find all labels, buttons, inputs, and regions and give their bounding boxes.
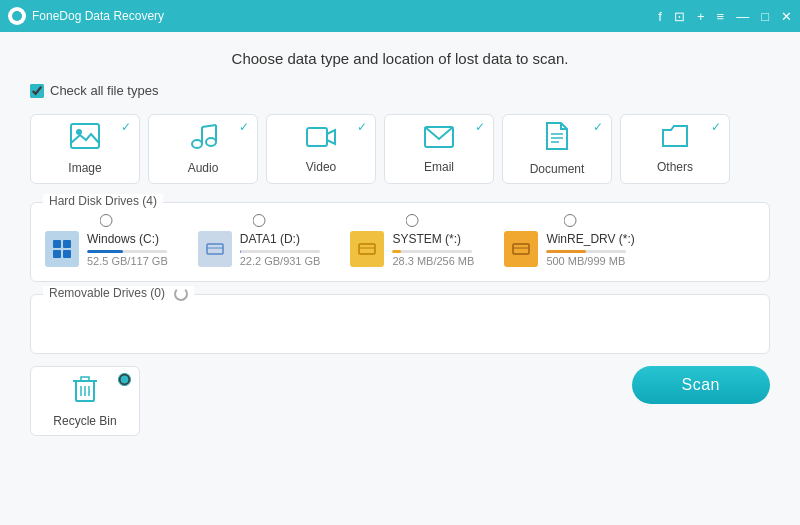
drive-system-size: 28.3 MB/256 MB <box>392 255 474 267</box>
video-check: ✓ <box>357 120 367 134</box>
video-label: Video <box>306 160 336 174</box>
drive-windows-radio-wrapper <box>100 213 113 231</box>
document-icon <box>545 122 569 157</box>
email-icon <box>424 124 454 155</box>
image-check: ✓ <box>121 120 131 134</box>
refresh-icon[interactable] <box>174 287 188 301</box>
drive-windows-icon <box>45 231 79 267</box>
email-label: Email <box>424 160 454 174</box>
scan-button[interactable]: Scan <box>632 366 770 404</box>
bottom-row: Recycle Bin Scan <box>30 366 770 436</box>
file-type-document[interactable]: ✓ Document <box>502 114 612 184</box>
svg-point-2 <box>76 129 82 135</box>
drive-data1-name: DATA1 (D:) <box>240 232 321 246</box>
drive-system-radio[interactable] <box>406 214 419 227</box>
drives-row: Windows (C:) 52.5 GB/117 GB DATA1 (D:) 2… <box>45 231 755 267</box>
hard-disk-section: Hard Disk Drives (4) Windows (C:) 52.5 G… <box>30 202 770 282</box>
recycle-bin-icon <box>72 375 98 409</box>
others-icon <box>661 124 689 155</box>
file-type-audio[interactable]: ✓ Audio <box>148 114 258 184</box>
svg-rect-8 <box>307 128 327 146</box>
drive-system[interactable]: SYSTEM (*:) 28.3 MB/256 MB <box>350 231 474 267</box>
app-icon <box>8 7 26 25</box>
svg-point-3 <box>192 140 202 148</box>
facebook-icon[interactable]: f <box>658 9 662 24</box>
file-type-image[interactable]: ✓ Image <box>30 114 140 184</box>
drive-system-radio-wrapper <box>406 213 419 231</box>
image-label: Image <box>68 161 101 175</box>
drive-winre-radio-wrapper <box>563 213 576 231</box>
audio-label: Audio <box>188 161 219 175</box>
svg-rect-15 <box>359 244 375 254</box>
file-type-video[interactable]: ✓ Video <box>266 114 376 184</box>
audio-check: ✓ <box>239 120 249 134</box>
add-icon[interactable]: + <box>697 9 705 24</box>
svg-point-4 <box>206 138 216 146</box>
check-all-row: Check all file types <box>30 83 770 98</box>
file-types-grid: ✓ Image ✓ Audi <box>30 114 770 184</box>
drive-data1-info: DATA1 (D:) 22.2 GB/931 GB <box>240 232 321 267</box>
check-all-checkbox[interactable] <box>30 84 44 98</box>
recycle-radio[interactable] <box>118 373 131 386</box>
file-type-email[interactable]: ✓ Email <box>384 114 494 184</box>
document-label: Document <box>530 162 585 176</box>
hard-disk-title: Hard Disk Drives (4) <box>43 194 163 208</box>
image-icon <box>70 123 100 156</box>
window-controls: f ⊡ + ≡ — □ ✕ <box>658 9 792 24</box>
check-all-label[interactable]: Check all file types <box>50 83 158 98</box>
email-check: ✓ <box>475 120 485 134</box>
document-check: ✓ <box>593 120 603 134</box>
app-title: FoneDog Data Recovery <box>32 9 658 23</box>
recycle-label: Recycle Bin <box>53 414 116 428</box>
page-title: Choose data type and location of lost da… <box>30 50 770 67</box>
drive-winre[interactable]: WinRE_DRV (*:) 500 MB/999 MB <box>504 231 634 267</box>
drive-windows-info: Windows (C:) 52.5 GB/117 GB <box>87 232 168 267</box>
drive-data1-radio-wrapper <box>253 213 266 231</box>
chat-icon[interactable]: ⊡ <box>674 9 685 24</box>
video-icon <box>306 124 336 155</box>
drive-windows-size: 52.5 GB/117 GB <box>87 255 168 267</box>
menu-icon[interactable]: ≡ <box>717 9 725 24</box>
recycle-radio-wrapper <box>118 372 131 390</box>
drive-data1-icon <box>198 231 232 267</box>
drive-system-icon <box>350 231 384 267</box>
drive-windows-name: Windows (C:) <box>87 232 168 246</box>
svg-rect-13 <box>207 244 223 254</box>
minimize-button[interactable]: — <box>736 9 749 24</box>
others-check: ✓ <box>711 120 721 134</box>
removable-section: Removable Drives (0) <box>30 294 770 354</box>
drive-winre-icon <box>504 231 538 267</box>
drive-windows[interactable]: Windows (C:) 52.5 GB/117 GB <box>45 231 168 267</box>
removable-title: Removable Drives (0) <box>43 286 194 301</box>
drive-system-info: SYSTEM (*:) 28.3 MB/256 MB <box>392 232 474 267</box>
close-button[interactable]: ✕ <box>781 9 792 24</box>
drive-winre-info: WinRE_DRV (*:) 500 MB/999 MB <box>546 232 634 267</box>
svg-point-0 <box>12 11 22 21</box>
title-bar: FoneDog Data Recovery f ⊡ + ≡ — □ ✕ <box>0 0 800 32</box>
main-content: Choose data type and location of lost da… <box>0 32 800 525</box>
drive-winre-size: 500 MB/999 MB <box>546 255 634 267</box>
svg-rect-1 <box>71 124 99 148</box>
drive-windows-radio[interactable] <box>100 214 113 227</box>
audio-icon <box>189 123 217 156</box>
svg-line-7 <box>202 125 216 127</box>
svg-rect-17 <box>513 244 529 254</box>
maximize-button[interactable]: □ <box>761 9 769 24</box>
drive-data1[interactable]: DATA1 (D:) 22.2 GB/931 GB <box>198 231 321 267</box>
drive-data1-size: 22.2 GB/931 GB <box>240 255 321 267</box>
others-label: Others <box>657 160 693 174</box>
removable-title-text: Removable Drives (0) <box>49 286 165 300</box>
recycle-card[interactable]: Recycle Bin <box>30 366 140 436</box>
drive-winre-radio[interactable] <box>563 214 576 227</box>
drive-data1-radio[interactable] <box>253 214 266 227</box>
file-type-others[interactable]: ✓ Others <box>620 114 730 184</box>
drive-winre-name: WinRE_DRV (*:) <box>546 232 634 246</box>
drive-system-name: SYSTEM (*:) <box>392 232 474 246</box>
recycle-section: Recycle Bin <box>30 366 140 436</box>
